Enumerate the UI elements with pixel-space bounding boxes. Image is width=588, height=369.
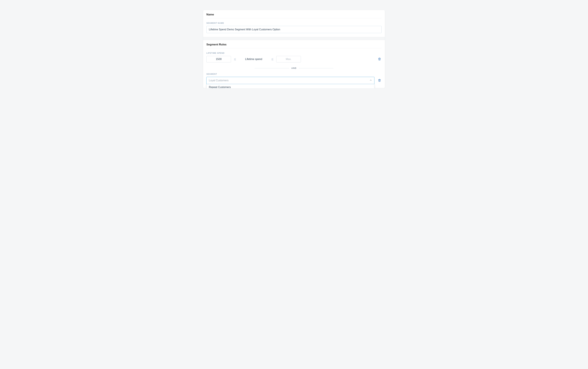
name-section: Name SEGMENT NAME — [203, 10, 385, 37]
lifetime-spend-rule-text: Lifetime spend — [239, 58, 268, 61]
segment-dropdown-list: Repeat CustomersFinlandFirst-Time Custom… — [206, 84, 374, 88]
segment-dropdown[interactable]: Repeat CustomersFinlandFirst-Time Custom… — [206, 77, 374, 84]
and-divider: AND — [206, 67, 382, 69]
and-label: AND — [291, 67, 297, 69]
segment-name-input[interactable] — [206, 26, 382, 33]
trash-icon — [378, 58, 381, 61]
divider-line-right — [299, 68, 333, 68]
lifetime-spend-rule-row: ≤ Lifetime spend ≤ — [206, 56, 382, 62]
segment-option[interactable]: Repeat Customers — [207, 84, 374, 88]
segment-rules-section: Segment Rules LIFETIME SPEND ≤ Lifetime … — [203, 40, 385, 88]
segment-name-label: SEGMENT NAME — [206, 22, 382, 24]
section-gap — [203, 37, 385, 40]
name-section-title: Name — [206, 13, 382, 18]
lifetime-spend-label: LIFETIME SPEND — [206, 52, 382, 54]
trash-icon — [378, 79, 381, 82]
lte-symbol-left: ≤ — [234, 57, 236, 61]
segment-rule-label: SEGMENT — [206, 73, 382, 75]
delete-segment-rule-button[interactable] — [377, 78, 382, 83]
segment-editor-card: Name SEGMENT NAME Segment Rules LIFETIME… — [203, 10, 385, 88]
divider-line-left — [255, 68, 289, 68]
lifetime-spend-min-input[interactable] — [206, 56, 231, 62]
lte-symbol-right: ≤ — [271, 57, 273, 61]
delete-lifetime-spend-rule-button[interactable] — [377, 57, 382, 62]
segment-dropdown-input[interactable] — [206, 77, 374, 84]
lifetime-spend-max-input[interactable] — [276, 56, 301, 62]
segment-rule-row: Repeat CustomersFinlandFirst-Time Custom… — [206, 77, 382, 84]
rules-section-title: Segment Rules — [206, 43, 382, 48]
